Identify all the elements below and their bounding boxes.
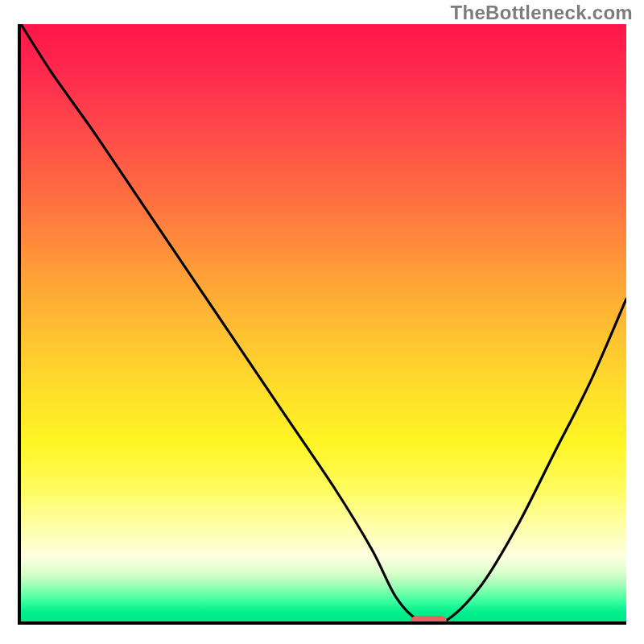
- chart-frame: TheBottleneck.com: [0, 0, 644, 644]
- bottleneck-curve: [21, 24, 626, 621]
- watermark-label: TheBottleneck.com: [451, 2, 633, 24]
- plot-area: [18, 24, 626, 625]
- optimal-marker: [411, 616, 447, 625]
